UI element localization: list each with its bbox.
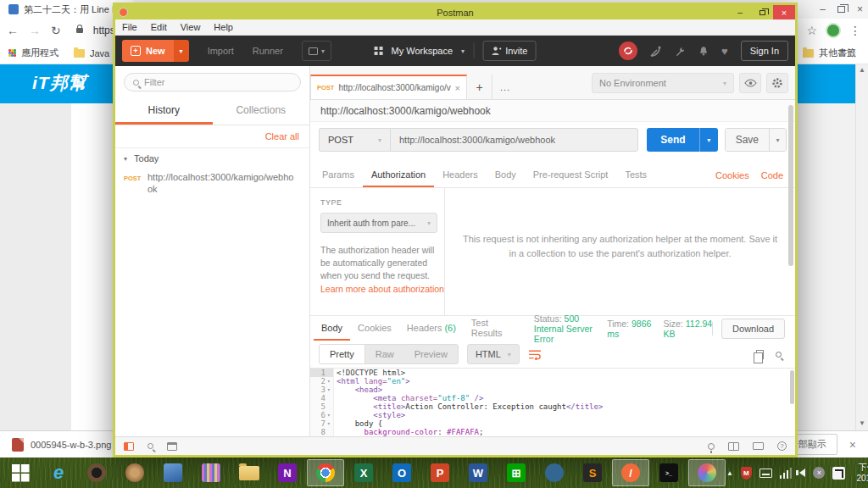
ime-mode-icon[interactable] xyxy=(832,467,845,480)
tab-authorization[interactable]: Authorization xyxy=(363,163,434,187)
response-code-editor[interactable]: 1<!DOCTYPE html>2▾<html lang="en">3▾ <he… xyxy=(310,368,795,436)
view-preview-button[interactable]: Preview xyxy=(404,345,458,363)
send-button[interactable]: Send ▾ xyxy=(647,128,717,152)
two-pane-icon[interactable] xyxy=(728,442,739,451)
url-input[interactable]: http://localhost:3000/kamigo/webhook xyxy=(390,128,638,152)
settings-wrench-icon[interactable] xyxy=(675,46,686,57)
postman-minimize-button[interactable]: – xyxy=(729,5,751,19)
request-tab[interactable]: POST http://localhost:3000/kamigo/v × xyxy=(310,75,467,99)
scroll-up-icon[interactable]: ▲ xyxy=(859,66,865,74)
back-icon[interactable]: ← xyxy=(7,24,19,37)
download-file-name[interactable]: 0005945-w-b-3.png xyxy=(31,440,111,450)
internet-explorer-icon[interactable]: e xyxy=(40,459,77,486)
chevron-down-icon[interactable]: ▾ xyxy=(461,47,465,55)
environment-settings-button[interactable] xyxy=(766,73,788,93)
paint-icon[interactable] xyxy=(688,459,726,486)
powerpoint-icon[interactable]: P xyxy=(421,459,459,486)
postman-title-bar[interactable]: Postman – × xyxy=(115,5,795,19)
history-group-today[interactable]: ▾ Today xyxy=(115,148,309,169)
scroll-down-icon[interactable]: ▼ xyxy=(859,419,865,427)
heart-icon[interactable]: ♥ xyxy=(721,45,728,58)
copy-icon[interactable] xyxy=(756,350,764,359)
response-tab-body[interactable]: Body xyxy=(314,316,350,341)
runner-button[interactable]: Runner xyxy=(253,46,283,56)
learn-more-link[interactable]: Learn more about authorization xyxy=(320,284,444,294)
notifications-bell-icon[interactable] xyxy=(698,46,709,57)
wrap-text-icon[interactable] xyxy=(528,349,542,360)
pixel-app-icon[interactable] xyxy=(192,459,230,486)
excel-icon[interactable]: X xyxy=(345,459,382,486)
tray-expand-icon[interactable]: ▲ xyxy=(726,469,733,477)
new-window-button[interactable]: ▾ xyxy=(302,41,331,61)
tab-collections[interactable]: Collections xyxy=(213,98,310,125)
response-tab-cookies[interactable]: Cookies xyxy=(350,316,399,341)
import-button[interactable]: Import xyxy=(208,46,234,56)
send-options-button[interactable]: ▾ xyxy=(699,128,718,152)
browser-minimize-button[interactable]: – xyxy=(820,3,826,15)
site-logo[interactable]: iT邦幫 xyxy=(32,71,87,95)
menu-edit[interactable]: Edit xyxy=(151,22,167,32)
save-options-button[interactable]: ▾ xyxy=(769,129,786,151)
command-prompt-icon[interactable]: >_ xyxy=(650,459,687,486)
workspace-selector[interactable]: My Workspace xyxy=(392,46,453,56)
taskbar-clock[interactable]: 下午 09:21 2018/10/28 xyxy=(856,462,868,484)
clear-all-link[interactable]: Clear all xyxy=(265,131,299,141)
lightbulb-icon[interactable] xyxy=(708,443,715,450)
file-explorer-icon[interactable] xyxy=(231,459,268,486)
onenote-icon[interactable]: N xyxy=(269,459,306,486)
sync-icon[interactable] xyxy=(619,42,637,60)
postman-restore-button[interactable] xyxy=(751,5,773,19)
history-item[interactable]: POST http://localhost:3000/kamigo/webhoo… xyxy=(115,169,309,200)
remote-desktop-icon[interactable] xyxy=(154,459,192,486)
close-tab-icon[interactable]: × xyxy=(455,83,460,93)
volume-icon[interactable] xyxy=(799,469,805,477)
page-scrollbar[interactable]: ▲ ▼ xyxy=(855,64,868,430)
touch-keyboard-icon[interactable] xyxy=(760,469,772,478)
tab-params[interactable]: Params xyxy=(314,163,363,187)
response-tab-test-results[interactable]: Test Results xyxy=(464,316,512,341)
browser-restore-button[interactable] xyxy=(837,6,845,13)
interceptor-icon[interactable] xyxy=(650,45,662,57)
browser-menu-icon[interactable]: ⋮ xyxy=(849,24,861,37)
editor-scrollbar[interactable] xyxy=(790,370,794,404)
view-raw-button[interactable]: Raw xyxy=(365,345,404,363)
filter-input[interactable]: Filter xyxy=(124,73,301,92)
sublime-text-icon[interactable]: S xyxy=(574,459,611,486)
postman-icon[interactable]: / xyxy=(612,459,649,486)
tab-prerequest[interactable]: Pre-request Script xyxy=(525,163,617,187)
browser-close-button[interactable]: × xyxy=(857,3,863,15)
tab-headers[interactable]: Headers xyxy=(434,163,487,187)
sign-in-button[interactable]: Sign In xyxy=(741,41,788,61)
new-tab-button[interactable]: + xyxy=(467,75,492,99)
invite-button[interactable]: Invite xyxy=(482,41,536,61)
antivirus-shield-icon[interactable]: M xyxy=(741,467,752,480)
new-dropdown-button[interactable]: ▾ xyxy=(174,40,189,62)
outlook-icon[interactable]: O xyxy=(383,459,420,486)
menu-help[interactable]: Help xyxy=(214,22,233,32)
bookmark-other-folder[interactable]: 其他書籤 xyxy=(819,47,856,59)
response-tab-headers[interactable]: Headers (6) xyxy=(399,316,464,341)
postman-close-button[interactable]: × xyxy=(773,5,795,19)
network-signal-icon[interactable] xyxy=(780,468,793,479)
view-pretty-button[interactable]: Pretty xyxy=(320,345,365,363)
reload-icon[interactable]: ↻ xyxy=(51,24,61,37)
forward-icon[interactable]: → xyxy=(29,24,41,37)
bookmark-java-folder[interactable]: Java xyxy=(90,48,109,58)
download-button[interactable]: Download xyxy=(721,319,785,339)
format-dropdown[interactable]: HTML ▾ xyxy=(467,344,520,364)
search-response-icon[interactable] xyxy=(776,352,782,358)
sidebar-toggle-icon[interactable] xyxy=(124,442,134,451)
windows-store-icon[interactable]: ⊞ xyxy=(498,459,535,486)
tab-options-button[interactable]: ... xyxy=(492,75,518,99)
profile-avatar[interactable] xyxy=(826,23,841,38)
bookmark-apps[interactable]: 應用程式 xyxy=(21,47,58,59)
tab-body[interactable]: Body xyxy=(487,163,525,187)
environment-selector[interactable]: No Environment ▾ xyxy=(592,73,734,93)
audio-app-icon[interactable] xyxy=(78,459,115,486)
console-icon[interactable] xyxy=(167,442,177,451)
collapse-icon[interactable]: ▾ xyxy=(124,155,127,163)
cookies-link[interactable]: Cookies xyxy=(715,170,749,180)
address-bar[interactable]: https xyxy=(93,25,115,36)
tab-history[interactable]: History xyxy=(115,98,213,125)
save-button[interactable]: Save ▾ xyxy=(725,128,787,152)
